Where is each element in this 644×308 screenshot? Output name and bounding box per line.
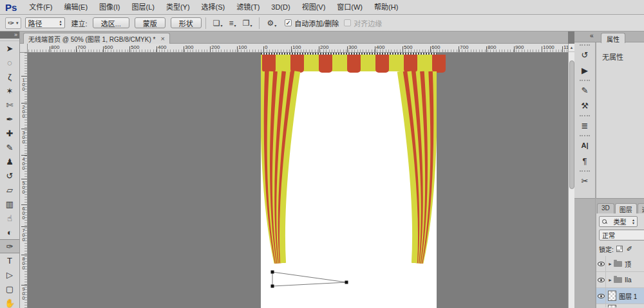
tab-properties[interactable]: 属性 [601,33,625,43]
anchor-point[interactable] [271,285,274,288]
tool-presets-panel-button[interactable]: ✂ [574,173,595,188]
actions-panel-button[interactable]: ▶ [574,62,595,78]
eye-icon[interactable] [598,278,605,282]
menu-图层L[interactable]: 图层(L) [126,3,160,11]
dock-collapse-button[interactable]: « [590,32,594,39]
menu-文件F[interactable]: 文件(F) [23,3,58,11]
ruler-label: 800 [21,256,26,269]
shape-tool[interactable]: ▢ [0,282,19,296]
lock-pixels-brush-icon[interactable]: ✐ [627,245,632,253]
checkbox-checked-icon[interactable]: ✓ [285,19,292,26]
ruler-label: 600 [21,206,26,219]
layer-row[interactable]: 图层 1 [596,288,644,304]
scroll-up-arrow-icon[interactable]: ▲ [569,44,574,52]
ruler-label: 300 [185,44,193,50]
gradient-tool[interactable]: ▥ [0,197,19,211]
ruler-tick [50,46,50,52]
panel-group-grip[interactable] [580,170,590,172]
menu-视图V[interactable]: 视图(V) [296,3,332,11]
tools-collapse-button[interactable]: » [0,32,19,39]
menu-编辑E[interactable]: 编辑(E) [58,3,93,11]
tab-3D[interactable]: 3D [597,203,614,213]
stamp-tool[interactable]: ♟ [0,154,19,168]
auto-add-delete-option[interactable]: ✓ 自动添加/删除 [285,18,339,28]
layer-row[interactable]: ►Ila [596,272,644,288]
pen-options-gear-button[interactable]: ⚙ ▾ [263,19,279,28]
eye-icon[interactable] [598,294,605,298]
paragraph-panel-button[interactable]: ¶ [574,153,595,168]
path-arrangement-button[interactable]: ❐▾ [240,19,256,28]
panel-group-grip[interactable] [580,80,590,81]
menu-窗口W[interactable]: 窗口(W) [331,3,368,11]
visibility-cell[interactable] [596,288,606,303]
panel-group-grip[interactable] [580,44,590,46]
eye-icon[interactable] [598,262,605,266]
expand-arrow-icon[interactable]: ► [608,278,612,282]
type-tool[interactable]: T [0,253,19,267]
hand-tool[interactable]: ✋ [0,296,19,308]
healing-brush-tool[interactable]: ✚ [0,126,19,140]
layer-row-partial[interactable] [596,304,644,307]
visibility-cell[interactable] [596,256,606,271]
history-brush-tool[interactable]: ↺ [0,168,19,183]
anchor-point[interactable] [271,271,274,274]
make-selection-button[interactable]: 选区... [93,17,129,28]
magic-wand-tool[interactable]: ✶ [0,84,19,98]
tool-preset-picker[interactable]: ✑ ▾ [5,17,21,29]
menu-帮助H[interactable]: 帮助(H) [368,3,404,11]
blend-mode-dropdown[interactable]: 正常 [599,230,644,240]
close-icon[interactable]: × [160,35,164,42]
slice-tool[interactable]: ✄ [0,98,19,112]
lock-transparency-icon[interactable] [616,246,623,252]
canvas-area[interactable] [28,53,568,308]
layer-filter-dropdown[interactable]: 类型 ▴▾ [599,216,638,227]
make-mask-button[interactable]: 蒙版 [135,17,166,28]
anchor-point[interactable] [345,281,348,284]
visibility-cell[interactable] [596,304,606,307]
smudge-tool[interactable]: ☝ [0,211,19,225]
menu-图像I[interactable]: 图像(I) [93,3,126,11]
no-properties-text: 无属性 [602,51,623,62]
move-tool[interactable]: ➤ [0,41,19,55]
expand-arrow-icon[interactable]: ► [608,262,612,266]
layer-thumbnail[interactable] [608,291,616,301]
menu-选择S[interactable]: 选择(S) [196,3,231,11]
make-shape-button[interactable]: 形状 [171,17,202,28]
vertical-scrollbar[interactable]: ▲ [568,44,574,308]
tab-图层[interactable]: 图层 [615,203,637,213]
history-panel-button[interactable]: ↺ [574,47,595,62]
pen-path-triangle[interactable] [261,55,437,308]
panel-group-grip[interactable] [580,135,590,136]
dodge-tool[interactable]: ◐ [0,225,19,239]
document-tab[interactable]: 无线端首页 @ 50% (图层 1, RGB/8/CMYK) * × [23,33,170,44]
menu-3DD[interactable]: 3D(D) [265,3,296,11]
visibility-cell[interactable] [596,272,606,287]
horizontal-ruler[interactable]: 8007006005004003002001000100200300400500… [20,44,568,53]
scrollbar-thumb[interactable] [569,60,574,189]
eyedropper-tool[interactable]: ✒ [0,112,19,126]
pen-mode-dropdown[interactable]: 路径 ▴▾ [25,17,65,28]
layer-row[interactable]: ►顶 [596,256,644,272]
menu-滤镜T[interactable]: 滤镜(T) [231,3,265,11]
lasso-tool[interactable]: ζ [0,69,19,84]
ruler-corner[interactable] [20,44,28,53]
path-selection-tool[interactable]: ▷ [0,267,19,282]
tab-通道[interactable]: 通道 [638,203,644,213]
panel-group-grip[interactable] [580,115,590,116]
ruler-tick [21,129,27,129]
vertical-ruler[interactable]: 100200300400500600700800900 [20,53,28,308]
layer-thumbnail[interactable] [608,305,616,307]
marquee-tool[interactable]: ◌ [0,55,19,69]
pen-tool[interactable]: ✑ [0,239,19,253]
brush-tool[interactable]: ✎ [0,140,19,154]
clone-source-panel-button[interactable]: ⚒ [574,98,595,113]
lock-row: 锁定: ✐ [599,244,644,254]
menu-类型Y[interactable]: 类型(Y) [160,3,196,11]
brush-panel-button[interactable]: ✎ [574,82,595,98]
eraser-tool[interactable]: ▱ [0,183,19,197]
path-operations-button[interactable]: ❏▾ [210,19,226,28]
path-alignment-button[interactable]: ≡▾ [226,19,240,28]
document-canvas[interactable] [261,55,437,308]
layer-comps-panel-button[interactable]: ≣ [574,118,595,133]
character-panel-button[interactable]: A| [574,138,595,153]
